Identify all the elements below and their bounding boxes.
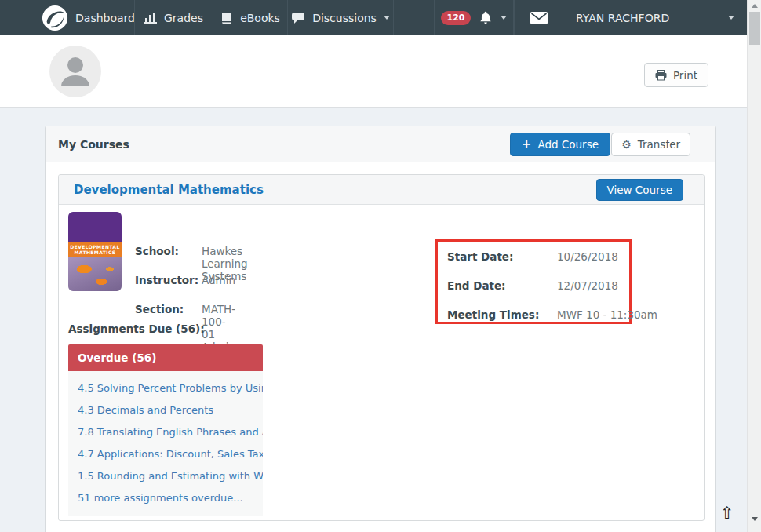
book-icon <box>220 12 233 24</box>
overdue-box: Overdue (56) 4.5 Solving Percent Problem… <box>68 344 263 516</box>
transfer-label: Transfer <box>638 138 680 151</box>
add-course-button[interactable]: + Add Course <box>510 133 610 156</box>
meeting-times-label: Meeting Times: <box>447 308 553 321</box>
user-name-label: RYAN RACHFORD <box>576 12 669 24</box>
chevron-down-icon <box>501 16 507 20</box>
nav-messages[interactable] <box>514 0 563 35</box>
avatar <box>49 46 101 97</box>
overdue-list: 4.5 Solving Percent Problems by Usin... … <box>68 371 263 516</box>
triangle-down-icon <box>752 517 758 521</box>
meeting-times-value: MWF 10 - 11:30am <box>557 308 657 321</box>
bar-chart-icon <box>144 12 157 24</box>
print-button-label: Print <box>673 69 697 82</box>
view-course-label: View Course <box>607 184 672 196</box>
nav-discussions[interactable]: Discussions <box>287 0 394 35</box>
assignment-link[interactable]: 4.3 Decimals and Percents <box>68 399 263 421</box>
nav-user-menu[interactable]: RYAN RACHFORD <box>563 0 747 35</box>
nav-grades[interactable]: Grades <box>134 0 213 35</box>
hawkes-logo-icon <box>42 5 68 31</box>
chevron-down-icon <box>728 16 734 20</box>
nav-notifications[interactable]: 120 <box>434 0 514 35</box>
start-date-label: Start Date: <box>447 250 553 263</box>
instructor-value: Admin <box>202 274 235 286</box>
overdue-header: Overdue (56) <box>68 344 263 371</box>
vertical-scrollbar[interactable] <box>747 0 761 532</box>
instructor-label: Instructor: <box>135 274 209 286</box>
nav-dashboard[interactable]: Dashboard <box>42 0 134 35</box>
course-title-link[interactable]: Developmental Mathematics <box>74 183 264 197</box>
nav-dashboard-label: Dashboard <box>75 12 135 24</box>
my-courses-title: My Courses <box>58 138 129 151</box>
thumbnail-title: DEVELOPMENTAL MATHEMATICS <box>68 242 122 257</box>
printer-icon <box>655 70 667 81</box>
envelope-icon <box>530 12 548 24</box>
my-courses-header: My Courses + Add Course ⚙ Transfer <box>46 126 715 162</box>
nav-grades-label: Grades <box>164 12 203 24</box>
print-button[interactable]: Print <box>644 63 708 87</box>
course-card-header: Developmental Mathematics View Course <box>59 175 704 205</box>
notification-count-badge: 120 <box>441 11 472 25</box>
thumbnail-title-line1: DEVELOPMENTAL <box>68 244 122 250</box>
profile-header: Print <box>0 35 761 108</box>
chat-icon <box>291 12 305 24</box>
nav-ebooks-label: eBooks <box>240 12 280 24</box>
school-label: School: <box>135 245 209 257</box>
my-courses-panel: My Courses + Add Course ⚙ Transfer Devel… <box>45 126 716 532</box>
scrollbar-thumb[interactable] <box>749 12 760 45</box>
schedule-highlight-box: Start Date: 10/26/2018 End Date: 12/07/2… <box>435 239 632 324</box>
nav-ebooks[interactable]: eBooks <box>213 0 287 35</box>
scrollbar-up-button[interactable] <box>748 0 761 11</box>
course-thumbnail[interactable]: DEVELOPMENTAL MATHEMATICS <box>68 212 122 291</box>
thumbnail-title-line2: MATHEMATICS <box>68 250 122 255</box>
section-label: Section: <box>135 303 209 315</box>
course-info-section: DEVELOPMENTAL MATHEMATICS School: Hawkes… <box>59 205 704 297</box>
assignment-link[interactable]: 1.5 Rounding and Estimating with Wh... <box>68 465 263 487</box>
assignment-link[interactable]: 4.7 Applications: Discount, Sales Tax, .… <box>68 443 263 465</box>
assignments-due-heading: Assignments Due (56): <box>68 322 205 335</box>
thumbnail-top <box>68 212 122 242</box>
bell-icon <box>478 10 493 26</box>
triangle-up-icon <box>752 4 758 8</box>
transfer-button[interactable]: ⚙ Transfer <box>611 133 690 156</box>
thumbnail-photo <box>68 257 122 291</box>
gear-icon: ⚙ <box>621 139 632 150</box>
course-card: Developmental Mathematics View Course DE… <box>58 174 705 521</box>
more-assignments-link[interactable]: 51 more assignments overdue... <box>68 487 263 509</box>
start-date-value: 10/26/2018 <box>557 250 618 263</box>
nav-discussions-label: Discussions <box>312 12 377 24</box>
scrollbar-down-button[interactable] <box>748 513 761 524</box>
plus-icon: + <box>522 139 532 151</box>
end-date-label: End Date: <box>447 279 553 292</box>
assignment-link[interactable]: 4.5 Solving Percent Problems by Usin... <box>68 377 263 399</box>
add-course-label: Add Course <box>537 138 599 151</box>
page-content: My Courses + Add Course ⚙ Transfer Devel… <box>0 108 761 532</box>
view-course-button[interactable]: View Course <box>596 179 683 201</box>
end-date-value: 12/07/2018 <box>557 279 618 292</box>
chevron-down-icon <box>384 16 390 20</box>
top-navbar: Dashboard Grades eBooks Discussi <box>0 0 747 35</box>
assignment-link[interactable]: 7.8 Translating English Phrases and Al..… <box>68 421 263 443</box>
